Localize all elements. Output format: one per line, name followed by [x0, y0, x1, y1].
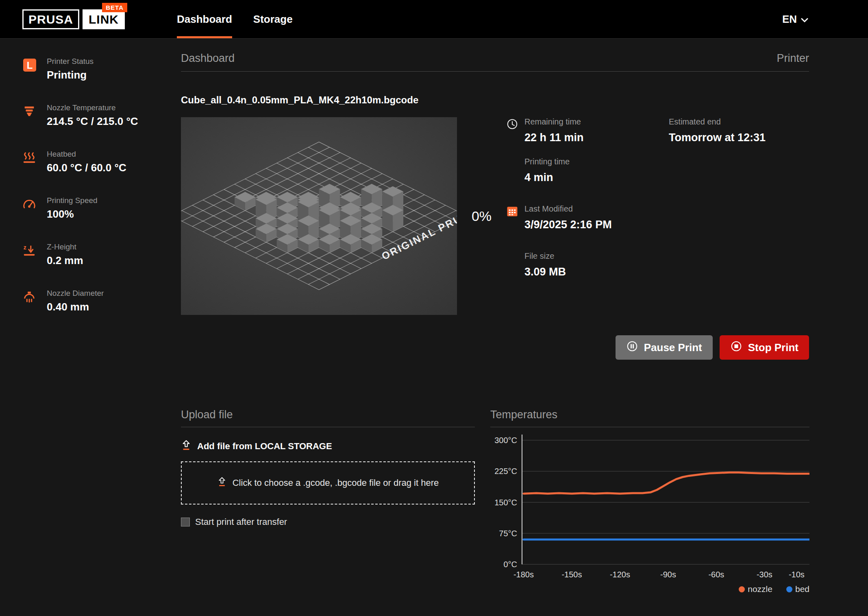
- nav-tabs: Dashboard Storage: [177, 0, 314, 38]
- svg-text:-90s: -90s: [660, 570, 676, 579]
- last-modified-value: 3/9/2025 2:16 PM: [524, 218, 612, 231]
- print-preview-image: ORIGINAL PRUS: [181, 117, 457, 315]
- stat-nozzle-diameter: Nozzle Diameter 0.40 mm: [22, 289, 173, 313]
- printer-stats-sidebar: L Printer Status Printing Nozzle Tempera…: [22, 57, 173, 313]
- calendar-icon: [506, 204, 518, 231]
- remaining-time-label: Remaining time: [524, 117, 584, 127]
- stat-value: 0.2 mm: [47, 254, 83, 267]
- page-context: Printer: [777, 52, 809, 65]
- logo-link: LINK: [83, 9, 125, 29]
- stat-nozzle-temperature: Nozzle Temperature 214.5 °C / 215.0 °C: [22, 103, 173, 128]
- stop-print-button[interactable]: Stop Print: [720, 335, 809, 360]
- nozzle-temperature-icon: [22, 103, 38, 128]
- last-modified-label: Last Modified: [524, 204, 612, 214]
- nozzle-legend-dot: [739, 586, 745, 592]
- print-job-filename: Cube_all_0.4n_0.05mm_PLA_MK4_22h10m.bgco…: [181, 94, 809, 106]
- svg-text:225°C: 225°C: [494, 467, 517, 476]
- stat-value: 100%: [47, 208, 98, 221]
- z-height-icon: z: [22, 242, 38, 267]
- page-title: Dashboard: [181, 52, 235, 65]
- svg-text:L: L: [27, 60, 33, 71]
- stat-label: Printing Speed: [47, 196, 98, 205]
- file-size-label: File size: [524, 251, 566, 261]
- svg-text:-180s: -180s: [513, 570, 534, 579]
- temperatures-title: Temperatures: [490, 408, 809, 427]
- print-job-panel: ORIGINAL PRUS 0% Remaining time 22 h 11 …: [181, 117, 809, 315]
- beta-badge: BETA: [102, 3, 127, 12]
- stat-value: Printing: [47, 69, 94, 81]
- printer-status-icon: L: [22, 57, 38, 81]
- start-after-transfer-checkbox[interactable]: [181, 518, 190, 526]
- stat-label: Nozzle Temperature: [47, 103, 138, 112]
- stat-printing-speed: Printing Speed 100%: [22, 196, 173, 221]
- nozzle-diameter-icon: [22, 289, 38, 313]
- svg-text:-60s: -60s: [708, 570, 724, 579]
- temperature-chart: 0°C75°C150°C225°C300°C-180s-150s-120s-90…: [490, 428, 809, 582]
- stat-z-height: z Z-Height 0.2 mm: [22, 242, 173, 267]
- stat-printer-status: L Printer Status Printing: [22, 57, 173, 81]
- heatbed-icon: [22, 150, 38, 174]
- svg-text:-30s: -30s: [757, 570, 772, 579]
- job-actions: Pause Print Stop Print: [181, 335, 809, 360]
- logo-prusa: PRUSA: [22, 9, 79, 29]
- printing-time-value: 4 min: [524, 171, 570, 184]
- chevron-down-icon: [801, 13, 808, 26]
- main-content: Dashboard Printer Cube_all_0.4n_0.05mm_P…: [181, 39, 809, 594]
- upload-section-title: Upload file: [181, 408, 475, 427]
- printing-time-label: Printing time: [524, 157, 570, 166]
- printing-speed-icon: [22, 196, 38, 221]
- svg-text:-10s: -10s: [789, 570, 805, 579]
- legend-nozzle: nozzle: [739, 584, 772, 594]
- svg-text:300°C: 300°C: [494, 436, 517, 445]
- remaining-time-row: Remaining time 22 h 11 min: [506, 117, 669, 144]
- stat-label: Z-Height: [47, 242, 83, 251]
- print-progress: 0%: [457, 117, 506, 315]
- pause-print-button[interactable]: Pause Print: [616, 335, 713, 360]
- printing-time-row: Printing time 4 min: [506, 157, 669, 184]
- prusalink-logo[interactable]: PRUSA LINK BETA: [22, 9, 125, 29]
- job-info: Remaining time 22 h 11 min Printing time…: [506, 117, 809, 315]
- stat-label: Nozzle Diameter: [47, 289, 104, 298]
- file-size-row: File size 3.09 MB: [506, 251, 669, 278]
- start-after-transfer-label: Start print after transfer: [195, 517, 287, 527]
- svg-text:75°C: 75°C: [499, 529, 517, 538]
- estimated-end-value: Tomorrow at 12:31: [669, 131, 766, 144]
- file-size-value: 3.09 MB: [524, 266, 566, 278]
- stat-label: Heatbed: [47, 150, 126, 159]
- stat-value: 60.0 °C / 60.0 °C: [47, 162, 126, 174]
- file-dropzone[interactable]: Click to choose a .gcode, .bgcode file o…: [181, 461, 475, 505]
- stop-icon: [730, 340, 742, 355]
- add-file-local-storage[interactable]: Add file from LOCAL STORAGE: [181, 439, 475, 453]
- svg-text:-150s: -150s: [561, 570, 582, 579]
- last-modified-row: Last Modified 3/9/2025 2:16 PM: [506, 204, 669, 231]
- page-head: Dashboard Printer: [181, 52, 809, 72]
- chart-legend: nozzle bed: [490, 584, 809, 594]
- pause-icon: [626, 340, 638, 355]
- stat-value: 214.5 °C / 215.0 °C: [47, 115, 138, 128]
- stat-label: Printer Status: [47, 57, 94, 66]
- language-label: EN: [782, 13, 797, 26]
- top-nav: PRUSA LINK BETA Dashboard Storage EN: [0, 0, 868, 39]
- svg-text:z: z: [24, 244, 26, 251]
- svg-text:-120s: -120s: [610, 570, 630, 579]
- stat-value: 0.40 mm: [47, 301, 104, 313]
- svg-text:0°C: 0°C: [503, 560, 517, 569]
- bed-legend-dot: [786, 586, 792, 592]
- language-selector[interactable]: EN: [782, 13, 808, 26]
- upload-file-section: Upload file Add file from LOCAL STORAGE …: [181, 408, 475, 594]
- print-preview-canvas: ORIGINAL PRUS: [181, 117, 457, 315]
- stat-heatbed: Heatbed 60.0 °C / 60.0 °C: [22, 150, 173, 174]
- upload-icon: [181, 439, 191, 453]
- clock-icon: [506, 117, 518, 144]
- temperatures-section: Temperatures 0°C75°C150°C225°C300°C-180s…: [490, 408, 809, 594]
- tab-dashboard[interactable]: Dashboard: [177, 0, 232, 38]
- estimated-end-label: Estimated end: [669, 117, 766, 127]
- upload-icon: [217, 476, 227, 489]
- svg-text:150°C: 150°C: [494, 498, 517, 507]
- estimated-end-row: Estimated end Tomorrow at 12:31: [669, 117, 766, 144]
- tab-storage[interactable]: Storage: [253, 0, 293, 38]
- temperature-chart-wrap: 0°C75°C150°C225°C300°C-180s-150s-120s-90…: [490, 428, 809, 583]
- start-after-transfer-row: Start print after transfer: [181, 517, 475, 527]
- legend-bed: bed: [786, 584, 809, 594]
- remaining-time-value: 22 h 11 min: [524, 131, 584, 144]
